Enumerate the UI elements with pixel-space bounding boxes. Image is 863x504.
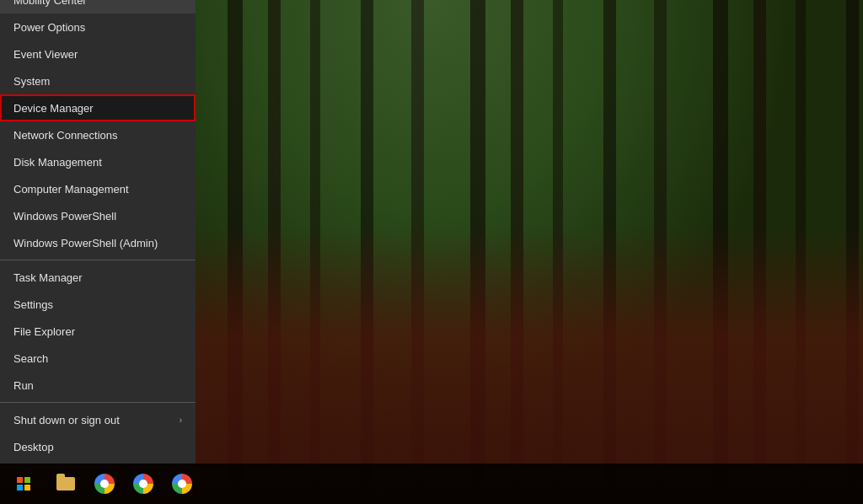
menu-item-label: Device Manager: [13, 102, 94, 115]
svg-rect-2: [17, 485, 23, 491]
taskbar: [0, 464, 863, 504]
taskbar-icons: [47, 465, 201, 502]
menu-item-task-manager[interactable]: Task Manager: [0, 264, 196, 291]
menu-item-label: Task Manager: [13, 271, 83, 284]
menu-divider: [0, 260, 196, 260]
menu-item-label: File Explorer: [13, 325, 75, 338]
svg-rect-0: [17, 477, 23, 483]
menu-item-shut-down[interactable]: Shut down or sign out›: [0, 406, 196, 433]
chrome-icon: [133, 474, 153, 494]
menu-item-label: Network Connections: [13, 129, 118, 142]
menu-divider: [0, 402, 196, 403]
svg-rect-1: [24, 477, 30, 483]
menu-item-label: Run: [13, 379, 34, 392]
menu-item-label: Event Viewer: [13, 48, 78, 61]
context-menu: Apps and FeaturesMobility CenterPower Op…: [0, 0, 196, 464]
menu-item-mobility-center[interactable]: Mobility Center: [0, 0, 196, 13]
menu-item-network-connections[interactable]: Network Connections: [0, 121, 196, 148]
menu-item-device-manager[interactable]: Device Manager: [0, 94, 196, 121]
menu-item-disk-management[interactable]: Disk Management: [0, 148, 196, 175]
menu-item-settings[interactable]: Settings: [0, 291, 196, 318]
menu-item-label: Settings: [13, 298, 53, 311]
menu-item-desktop[interactable]: Desktop: [0, 433, 196, 460]
menu-item-label: Windows PowerShell: [13, 210, 116, 223]
start-button[interactable]: [3, 464, 44, 504]
menu-item-label: Windows PowerShell (Admin): [13, 237, 158, 249]
folder-icon: [56, 477, 75, 491]
menu-item-label: Power Options: [13, 21, 85, 34]
menu-item-label: System: [13, 75, 50, 88]
menu-item-label: Mobility Center: [13, 0, 87, 7]
taskbar-icon-chrome-3[interactable]: [163, 465, 201, 502]
menu-item-label: Desktop: [13, 441, 54, 453]
taskbar-icon-chrome-2[interactable]: [125, 465, 162, 502]
taskbar-icon-file-explorer[interactable]: [47, 465, 84, 502]
menu-item-windows-powershell[interactable]: Windows PowerShell: [0, 202, 196, 229]
menu-item-search[interactable]: Search: [0, 345, 196, 372]
menu-item-power-options[interactable]: Power Options: [0, 13, 196, 40]
chrome-icon: [94, 474, 115, 494]
menu-item-label: Search: [13, 352, 48, 365]
menu-item-label: Disk Management: [13, 156, 102, 169]
menu-item-label: Computer Management: [13, 183, 129, 196]
menu-item-computer-management[interactable]: Computer Management: [0, 175, 196, 202]
menu-item-windows-powershell-admin[interactable]: Windows PowerShell (Admin): [0, 229, 196, 256]
svg-rect-3: [24, 485, 30, 491]
menu-item-event-viewer[interactable]: Event Viewer: [0, 40, 196, 67]
taskbar-icon-chrome-1[interactable]: [86, 465, 123, 502]
menu-item-file-explorer[interactable]: File Explorer: [0, 318, 196, 345]
submenu-arrow-icon: ›: [180, 416, 182, 425]
chrome-icon: [172, 474, 192, 494]
menu-item-system[interactable]: System: [0, 67, 196, 94]
menu-item-run[interactable]: Run: [0, 372, 196, 399]
menu-item-label: Shut down or sign out: [13, 414, 120, 426]
